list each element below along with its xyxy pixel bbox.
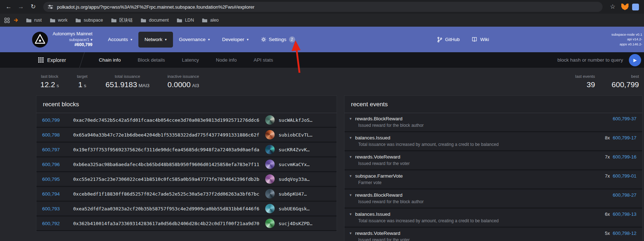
event-row: ▾rewards.VoteReward7x600,799-16Issued re…	[345, 151, 642, 170]
expand-caret-icon[interactable]: ▾	[350, 116, 352, 121]
event-description: Total issuance was increased by amount, …	[358, 142, 636, 147]
bookmark-folder-6[interactable]: LDN	[173, 16, 197, 24]
nav-item-label: Settings	[269, 37, 287, 42]
block-hash: 0x65a940a33b47c72e1b6dbee4204db1f5335832…	[73, 132, 259, 138]
event-name: balances.Issued	[355, 135, 391, 140]
chain-info[interactable]: Autonomys Mainnet subspace/1 ▾ #600,799	[53, 31, 92, 48]
block-author[interactable]: subiobCEvTL…	[265, 130, 331, 139]
chevron-down-icon: ▾	[247, 37, 249, 41]
block-number-link[interactable]: 600,794	[42, 191, 67, 197]
tab-latency[interactable]: Latency	[182, 57, 199, 63]
block-author[interactable]: sucvmKaCYx…	[265, 160, 331, 169]
author-name[interactable]: sucWALkfJoS…	[279, 117, 312, 123]
wiki-link[interactable]: Wiki	[472, 37, 489, 42]
chain-name: Autonomys Mainnet	[53, 31, 92, 37]
back-icon[interactable]: ←	[4, 2, 14, 12]
query-submit-button[interactable]: ▶	[629, 54, 641, 66]
chain-selector[interactable]: subspace/1 ▾	[53, 37, 92, 42]
bookmark-star-icon[interactable]: ☆	[608, 2, 618, 12]
bookmark-folder-7[interactable]: aleo	[199, 16, 222, 24]
author-name[interactable]: sucj4DsKZPD…	[279, 221, 312, 226]
block-hash: 0xac70edc7452b5c42a5fd01fcaac4b054ccee3d…	[73, 117, 259, 123]
block-number-link[interactable]: 600,795	[42, 177, 67, 182]
block-number-link[interactable]: 600,793	[42, 206, 67, 211]
bookmark-label: aleo	[210, 18, 219, 23]
bookmark-label: 区块链	[119, 17, 133, 23]
nav-item-network[interactable]: Network▾	[138, 32, 173, 48]
forward-icon[interactable]: →	[16, 2, 26, 12]
stat-last-events: last events39	[575, 74, 595, 89]
expand-caret-icon[interactable]: ▾	[350, 212, 352, 217]
arrow-bookmark-icon[interactable]	[13, 18, 19, 23]
expand-caret-icon[interactable]: ▾	[350, 231, 352, 236]
github-link[interactable]: GitHub	[437, 37, 459, 43]
extension-icon[interactable]	[632, 4, 639, 10]
tab-block-details[interactable]: Block details	[138, 57, 165, 63]
nav-item-governance[interactable]: Governance▾	[173, 32, 216, 48]
bookmarks-list: rustworksubspace区块链documentLDNaleo	[23, 16, 222, 25]
metamask-extension-icon[interactable]	[621, 4, 629, 10]
block-author[interactable]: sudqVoy33a…	[265, 174, 331, 184]
block-author[interactable]: sub6pKU47…	[265, 189, 331, 198]
url-text[interactable]: polkadot.js.org/apps/?rpc=wss%3A%2F%2Frp…	[57, 4, 254, 10]
autonomys-logo[interactable]	[32, 31, 48, 48]
event-name: subspace.FarmerVote	[355, 173, 403, 179]
event-link[interactable]: 600,798-13	[613, 211, 636, 217]
bookmark-folder-1[interactable]: rust	[23, 16, 45, 24]
tab-api-stats[interactable]: API stats	[254, 57, 273, 63]
gear-icon	[261, 37, 266, 42]
author-identicon	[265, 115, 275, 125]
nav-item-label: Developer	[222, 37, 244, 42]
expand-caret-icon[interactable]: ▾	[350, 155, 352, 159]
expand-caret-icon[interactable]: ▾	[350, 193, 352, 197]
block-author[interactable]: subUE6Gqsk…	[265, 204, 331, 213]
author-name[interactable]: sucvmKaCYx…	[279, 162, 310, 167]
block-author[interactable]: sucWALkfJoS…	[265, 115, 331, 125]
reload-icon[interactable]: ↻	[28, 2, 38, 12]
bookmark-folder-3[interactable]: subspace	[72, 16, 106, 24]
block-number-link[interactable]: 600,796	[42, 162, 67, 167]
author-name[interactable]: subUE6Gqsk…	[279, 206, 310, 211]
site-settings-icon[interactable]	[48, 4, 53, 10]
author-name[interactable]: sucKR4ZvvK…	[279, 147, 310, 152]
stat-unit: s	[57, 83, 59, 88]
event-link[interactable]: 600,799-01	[613, 173, 636, 179]
nav-item-settings[interactable]: Settings2	[255, 32, 301, 48]
chevron-down-icon: ▾	[130, 37, 132, 41]
event-link[interactable]: 600,799-16	[613, 154, 636, 160]
sidebar-item-explorer[interactable]: Explorer	[38, 57, 66, 63]
expand-caret-icon[interactable]: ▾	[350, 174, 352, 178]
stat-unit: MAI3	[138, 83, 149, 88]
event-link[interactable]: 600,798-12	[613, 231, 636, 236]
bookmark-folder-2[interactable]: work	[46, 16, 71, 24]
bookmark-folder-5[interactable]: document	[137, 16, 172, 24]
block-author[interactable]: sucj4DsKZPD…	[265, 219, 331, 228]
stat-value: 600,799	[612, 80, 639, 89]
block-author[interactable]: sucKR4ZvvK…	[265, 145, 331, 154]
author-name[interactable]: sudqVoy33a…	[279, 177, 310, 182]
block-row: 600,7980x65a940a33b47c72e1b6dbee4204db1f…	[36, 128, 337, 143]
bookmark-folder-4[interactable]: 区块链	[108, 16, 136, 25]
block-number-link[interactable]: 600,798	[42, 132, 67, 138]
stat-value: 12.2s	[40, 80, 59, 89]
version-info: subspace-node v0.1api v14.2-apps v0.146.…	[600, 32, 642, 47]
block-number-link[interactable]: 600,792	[42, 221, 67, 226]
address-bar[interactable]: polkadot.js.org/apps/?rpc=wss%3A%2F%2Frp…	[43, 2, 603, 12]
event-link[interactable]: 600,799-17	[613, 135, 636, 140]
nav-item-accounts[interactable]: Accounts▾	[102, 32, 138, 48]
expand-caret-icon[interactable]: ▾	[350, 135, 352, 140]
stat-label: target	[77, 74, 87, 79]
event-link[interactable]: 600,798-27	[613, 192, 636, 198]
event-name: rewards.VoteReward	[355, 154, 400, 160]
block-search-input[interactable]	[522, 57, 623, 63]
author-name[interactable]: subiobCEvTL…	[279, 132, 312, 138]
block-number-link[interactable]: 600,799	[42, 117, 67, 123]
author-name[interactable]: sub6pKU47…	[279, 191, 307, 197]
tab-node-info[interactable]: Node info	[216, 57, 237, 63]
block-hash: 0xceb0edf1f18830ff86d5257f024c7ade52e525…	[73, 191, 259, 197]
event-link[interactable]: 600,799-37	[613, 116, 636, 121]
nav-item-developer[interactable]: Developer▾	[216, 32, 255, 48]
block-number-link[interactable]: 600,797	[42, 147, 67, 152]
apps-grid-icon[interactable]	[4, 18, 10, 23]
tab-chain-info[interactable]: Chain info	[99, 57, 121, 63]
